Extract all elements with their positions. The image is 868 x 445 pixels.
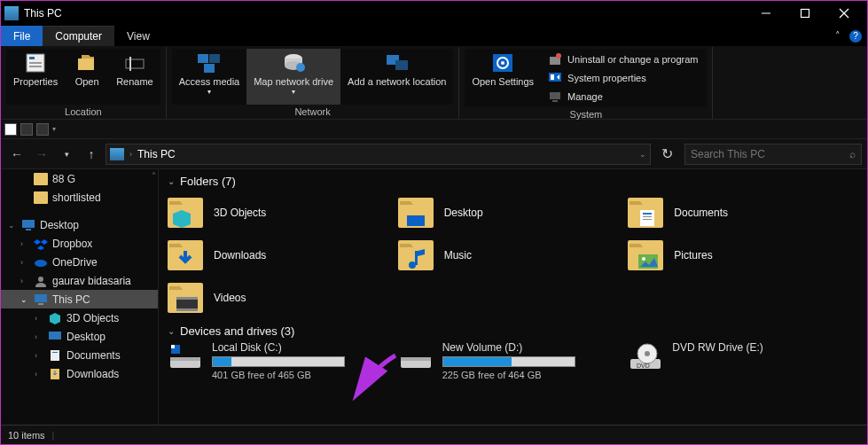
recent-button[interactable]: ▾: [56, 144, 77, 165]
back-button[interactable]: ←: [6, 144, 27, 165]
svg-point-25: [556, 53, 561, 59]
help-icon[interactable]: ?: [849, 30, 862, 43]
cube-icon: [48, 312, 62, 324]
search-box[interactable]: ⌕: [684, 144, 862, 165]
up-button[interactable]: ↑: [81, 144, 102, 165]
tree-downloads[interactable]: ›Downloads: [1, 364, 158, 383]
svg-text:DVD: DVD: [637, 363, 650, 369]
section-drives-header[interactable]: ⌄Devices and drives (3): [159, 319, 867, 341]
svg-marker-70: [169, 286, 183, 290]
uninstall-program-button[interactable]: Uninstall or change a program: [546, 51, 701, 68]
tree-documents[interactable]: ›Documents: [1, 346, 158, 364]
drive-d[interactable]: New Volume (D:) 225 GB free of 464 GB: [398, 341, 629, 380]
open-settings-button[interactable]: Open Settings: [465, 49, 541, 107]
ribbon-group-location: Properties Open Rename Location: [1, 47, 167, 119]
add-network-location-button[interactable]: Add a network location: [340, 49, 453, 105]
close-button[interactable]: [825, 1, 864, 26]
svg-rect-29: [552, 100, 558, 102]
svg-marker-9: [82, 55, 94, 59]
forward-button[interactable]: →: [31, 144, 52, 165]
monitor-icon: [34, 293, 48, 306]
ribbon-group-network: Access media▾ Map network drive▾ Add a n…: [167, 47, 460, 119]
tree-dropbox[interactable]: ›Dropbox: [1, 234, 158, 253]
svg-point-67: [642, 257, 645, 261]
svg-rect-10: [126, 59, 144, 68]
drive-dvd[interactable]: DVD DVD RW Drive (E:): [628, 341, 858, 380]
qat-dropdown-icon[interactable]: ▾: [52, 125, 56, 133]
folder-desktop[interactable]: Desktop: [398, 191, 629, 234]
tab-computer[interactable]: Computer: [43, 26, 114, 46]
svg-rect-38: [35, 294, 47, 302]
ribbon-group-system: Open Settings Uninstall or change a prog…: [459, 47, 713, 119]
svg-rect-77: [171, 345, 175, 348]
properties-button[interactable]: Properties: [6, 49, 65, 105]
access-media-button[interactable]: Access media▾: [172, 49, 246, 105]
tree-onedrive[interactable]: ›OneDrive: [1, 253, 158, 271]
minimize-button[interactable]: [747, 1, 786, 26]
desktop-icon: [21, 219, 35, 231]
address-bar[interactable]: › This PC ⌄: [106, 144, 651, 165]
system-properties-button[interactable]: System properties: [546, 69, 701, 87]
section-folders-header[interactable]: ⌄Folders (7): [159, 169, 867, 191]
svg-rect-14: [204, 64, 215, 73]
svg-rect-1: [802, 10, 809, 18]
svg-rect-56: [643, 219, 652, 220]
svg-marker-32: [34, 239, 41, 245]
address-dropdown-icon[interactable]: ⌄: [639, 150, 646, 159]
tree-desktop-root[interactable]: ⌄Desktop: [1, 215, 158, 234]
rename-label: Rename: [116, 76, 153, 88]
svg-rect-20: [395, 60, 408, 70]
nav-tree[interactable]: 88 G shortlisted ⌄Desktop ›Dropbox ›OneD…: [1, 169, 159, 425]
folder-3dobjects[interactable]: 3D Objects: [168, 191, 398, 234]
maximize-button[interactable]: [786, 1, 825, 26]
window-title: This PC: [24, 7, 747, 20]
group-label-location: Location: [6, 105, 160, 119]
navigation-bar: ← → ▾ ↑ › This PC ⌄ ↻ ⌕: [1, 139, 867, 169]
address-text: This PC: [137, 148, 176, 160]
qat-item-2[interactable]: [36, 123, 49, 136]
svg-point-82: [645, 351, 650, 356]
folder-pictures[interactable]: Pictures: [628, 234, 858, 277]
svg-rect-30: [22, 220, 35, 228]
qat-item-1[interactable]: [20, 123, 33, 136]
svg-rect-13: [209, 54, 220, 63]
open-button[interactable]: Open: [65, 49, 109, 105]
tree-3dobjects[interactable]: ›3D Objects: [1, 308, 158, 327]
ribbon-collapse-icon[interactable]: ˄: [835, 30, 841, 42]
tree-user[interactable]: ›gaurav bidasaria: [1, 271, 158, 290]
properties-label: Properties: [13, 76, 58, 88]
search-icon: ⌕: [849, 148, 856, 160]
folder-downloads[interactable]: Downloads: [168, 234, 398, 277]
tab-view[interactable]: View: [114, 26, 162, 46]
folder-videos[interactable]: Videos: [168, 277, 398, 319]
ribbon: Properties Open Rename Location Access m…: [1, 47, 867, 120]
rename-button[interactable]: Rename: [109, 49, 160, 105]
svg-rect-31: [26, 229, 31, 230]
content-pane: ⌄Folders (7) 3D Objects Desktop Document…: [159, 169, 867, 425]
svg-rect-8: [78, 59, 94, 70]
search-input[interactable]: [691, 148, 849, 160]
svg-rect-55: [643, 216, 652, 217]
svg-marker-60: [400, 244, 413, 247]
tree-quick-item[interactable]: 88 G: [1, 169, 158, 188]
tree-desktop-child[interactable]: ›Desktop: [1, 327, 158, 346]
tree-collapse-icon[interactable]: ˄: [152, 171, 156, 181]
cloud-icon: [34, 256, 48, 269]
tab-file[interactable]: File: [1, 26, 43, 46]
svg-rect-72: [176, 297, 198, 300]
svg-rect-43: [52, 352, 58, 353]
map-network-drive-button[interactable]: Map network drive▾: [246, 49, 340, 105]
tree-thispc[interactable]: ⌄This PC: [1, 290, 158, 308]
svg-marker-33: [41, 239, 48, 245]
svg-rect-54: [643, 213, 652, 215]
refresh-button[interactable]: ↻: [656, 144, 677, 165]
folder-documents[interactable]: Documents: [628, 191, 858, 234]
qat-check-icon[interactable]: [4, 123, 17, 136]
dropbox-icon: [34, 238, 48, 250]
manage-button[interactable]: Manage: [546, 88, 701, 105]
thispc-icon: [4, 6, 19, 20]
folder-music[interactable]: Music: [398, 234, 629, 277]
tree-quick-item[interactable]: shortlisted: [1, 188, 158, 207]
svg-rect-50: [407, 215, 425, 226]
drive-c[interactable]: Local Disk (C:) 401 GB free of 465 GB: [168, 341, 398, 380]
